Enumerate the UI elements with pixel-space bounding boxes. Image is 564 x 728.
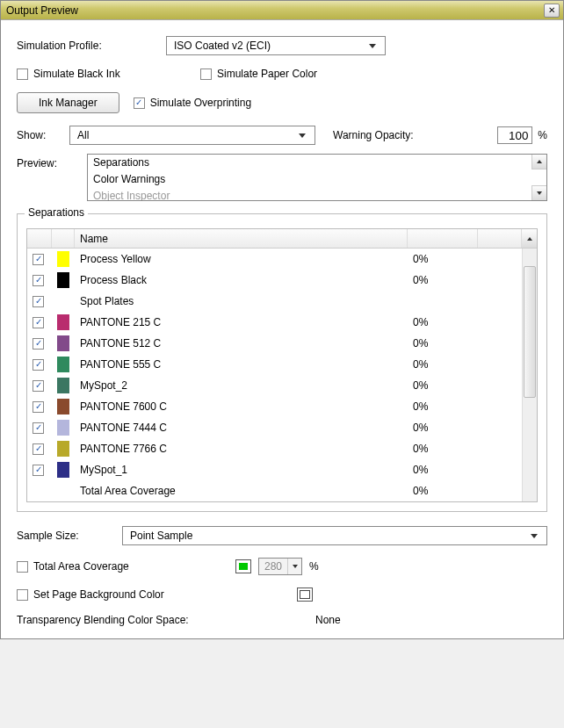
tac-value: 280 — [259, 560, 287, 573]
simulate-overprinting-checkbox[interactable] — [134, 97, 145, 109]
color-swatch — [57, 441, 69, 457]
color-swatch — [57, 335, 69, 351]
ink-manager-button[interactable]: Ink Manager — [17, 92, 119, 113]
transparency-value: None — [315, 614, 341, 626]
table-body: Process Yellow0%Process Black0%Spot Plat… — [27, 249, 537, 501]
separation-checkbox[interactable] — [33, 422, 44, 434]
chevron-down-icon — [527, 529, 541, 543]
simulation-profile-label: Simulation Profile: — [17, 40, 166, 52]
sample-size-combo[interactable]: Point Sample — [122, 526, 547, 545]
separation-value: 0% — [408, 312, 478, 333]
separations-group: Separations Name Process Yellow0%Process… — [17, 213, 547, 512]
set-page-bg-label: Set Page Background Color — [33, 588, 297, 601]
separation-checkbox[interactable] — [33, 317, 44, 328]
titlebar[interactable]: Output Preview ✕ — [1, 1, 563, 20]
separation-value — [408, 291, 478, 312]
preview-listbox[interactable]: Separations Color Warnings Object Inspec… — [87, 154, 547, 201]
separation-name[interactable]: PANTONE 7766 C — [75, 438, 408, 459]
separation-value: 0% — [408, 396, 478, 417]
simulate-paper-color-checkbox[interactable] — [200, 68, 212, 80]
separation-name[interactable]: Process Yellow — [75, 249, 408, 270]
separation-checkbox[interactable] — [33, 296, 44, 307]
separation-value: 0% — [408, 249, 478, 270]
chevron-down-icon — [295, 128, 309, 142]
warning-opacity-input[interactable] — [497, 126, 532, 144]
transparency-label: Transparency Blending Color Space: — [17, 614, 315, 626]
col-name: Name — [75, 229, 408, 248]
color-swatch — [57, 420, 69, 436]
separation-checkbox[interactable] — [33, 465, 44, 476]
page-bg-color-well[interactable] — [297, 587, 313, 602]
tac-spinner[interactable]: 280 — [258, 558, 302, 575]
tac-suffix: % — [309, 560, 319, 573]
total-area-coverage-checkbox[interactable] — [17, 561, 28, 573]
separation-value: 0% — [408, 459, 478, 480]
chevron-up-icon — [527, 237, 532, 241]
separation-name[interactable]: MySpot_1 — [75, 459, 408, 480]
color-swatch — [57, 378, 69, 393]
color-swatch — [57, 251, 69, 267]
separations-group-title: Separations — [25, 206, 88, 219]
color-swatch — [57, 272, 69, 288]
preview-item[interactable]: Separations — [88, 155, 546, 171]
separation-checkbox[interactable] — [33, 275, 44, 286]
sample-size-label: Sample Size: — [17, 530, 122, 542]
simulation-profile-combo[interactable]: ISO Coated v2 (ECI) — [166, 36, 386, 55]
scroll-up-button[interactable] — [522, 229, 537, 248]
separation-value: 0% — [408, 333, 478, 354]
color-swatch — [57, 357, 69, 372]
preview-item[interactable]: Color Warnings — [88, 171, 546, 188]
warning-opacity-label: Warning Opacity: — [333, 129, 414, 141]
chevron-up-icon — [537, 160, 542, 163]
scroll-up-button[interactable] — [531, 155, 546, 169]
separation-name[interactable]: MySpot_2 — [75, 375, 408, 396]
separation-value: 0% — [408, 417, 478, 438]
tac-color-well[interactable] — [235, 559, 251, 573]
separation-name[interactable]: PANTONE 512 C — [75, 333, 408, 354]
dialog-body: Simulation Profile: ISO Coated v2 (ECI) … — [1, 20, 563, 638]
color-swatch — [57, 314, 69, 330]
separation-name[interactable]: Spot Plates — [75, 291, 408, 312]
show-label: Show: — [17, 129, 69, 141]
separation-value: 0% — [408, 375, 478, 396]
separation-name[interactable]: PANTONE 7444 C — [75, 417, 408, 438]
separation-checkbox[interactable] — [33, 359, 44, 371]
separation-name[interactable]: Total Area Coverage — [75, 480, 408, 501]
simulation-profile-value: ISO Coated v2 (ECI) — [174, 40, 271, 52]
total-area-coverage-label: Total Area Coverage — [33, 560, 235, 573]
preview-item[interactable]: Object Inspector — [88, 188, 546, 201]
separation-value: 0% — [408, 438, 478, 459]
show-value: All — [77, 129, 89, 141]
simulate-paper-color-label: Simulate Paper Color — [217, 68, 317, 80]
warning-opacity-suffix: % — [538, 129, 547, 141]
color-swatch — [57, 399, 69, 414]
simulate-overprinting-label: Simulate Overprinting — [150, 97, 251, 109]
window-title: Output Preview — [4, 4, 78, 17]
close-button[interactable]: ✕ — [544, 4, 560, 18]
separation-value: 0% — [408, 480, 478, 501]
chevron-down-icon — [287, 559, 301, 574]
separation-checkbox[interactable] — [33, 443, 44, 455]
separation-checkbox[interactable] — [33, 401, 44, 413]
scroll-down-button[interactable] — [531, 185, 546, 200]
separation-name[interactable]: PANTONE 7600 C — [75, 396, 408, 417]
separation-name[interactable]: PANTONE 555 C — [75, 354, 408, 375]
table-header: Name — [27, 229, 537, 249]
close-icon: ✕ — [548, 5, 555, 15]
separation-checkbox[interactable] — [33, 380, 44, 392]
separations-table: Name Process Yellow0%Process Black0%Spot… — [26, 228, 538, 502]
scrollbar[interactable] — [522, 249, 537, 501]
separation-checkbox[interactable] — [33, 254, 44, 265]
preview-label: Preview: — [17, 154, 87, 169]
sample-size-value: Point Sample — [130, 530, 192, 542]
separation-name[interactable]: PANTONE 215 C — [75, 312, 408, 333]
show-combo[interactable]: All — [69, 126, 315, 145]
separation-value: 0% — [408, 354, 478, 375]
separation-name[interactable]: Process Black — [75, 270, 408, 291]
separation-value: 0% — [408, 270, 478, 291]
separation-checkbox[interactable] — [33, 338, 44, 350]
scrollbar-thumb[interactable] — [524, 266, 536, 398]
chevron-down-icon — [537, 191, 542, 195]
simulate-black-ink-checkbox[interactable] — [17, 68, 28, 80]
set-page-bg-checkbox[interactable] — [17, 589, 28, 601]
